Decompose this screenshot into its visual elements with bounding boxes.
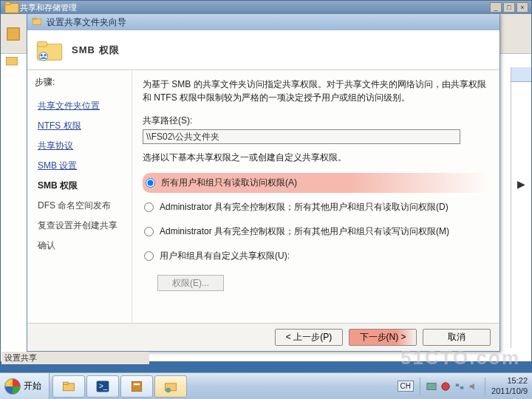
next-button[interactable]: 下一步(N) >: [349, 329, 417, 346]
volume-icon[interactable]: [468, 381, 479, 392]
svg-rect-20: [427, 383, 436, 389]
tray-icon-2[interactable]: [440, 381, 451, 392]
app-icon: [4, 0, 20, 16]
back-button[interactable]: < 上一步(P): [275, 329, 343, 346]
task-item-server-manager[interactable]: [120, 375, 153, 398]
toolbar-icon-1[interactable]: [5, 26, 21, 42]
wizard-dialog: 设置共享文件夹向导 SMB 权限 步骤: 共享文件夹位置 NTFS 权限 共享协…: [27, 13, 500, 352]
windows-orb-icon: [4, 378, 21, 395]
svg-rect-13: [64, 382, 69, 384]
step-location[interactable]: 共享文件夹位置: [35, 96, 124, 116]
step-ntfs[interactable]: NTFS 权限: [35, 116, 124, 136]
path-label: 共享路径(S):: [143, 115, 489, 127]
option-admin-readwrite-label: Administrator 具有完全控制权限；所有其他用户和组只有读写访问权限(…: [160, 225, 449, 238]
option-read-all[interactable]: 所有用户和组只有读取访问权限(A): [143, 173, 489, 193]
wizard-content: 为基于 SMB 的共享文件夹访问指定共享权限。对于共享文件夹的网络访问，由共享权…: [132, 70, 499, 323]
steps-sidebar: 步骤: 共享文件夹位置 NTFS 权限 共享协议 SMB 设置 SMB 权限 D…: [27, 70, 132, 323]
svg-rect-8: [37, 41, 47, 47]
step-smb-settings[interactable]: SMB 设置: [35, 156, 124, 176]
task-item-explorer[interactable]: [52, 375, 85, 398]
bg-titlebar: 共享和存储管理 _ □ ×: [1, 1, 531, 14]
svg-text:>_: >_: [99, 382, 108, 390]
wizard-app-icon: [32, 16, 42, 29]
svg-point-19: [166, 387, 171, 392]
language-indicator[interactable]: CH: [398, 381, 414, 392]
wizard-title: 设置共享文件夹向导: [47, 16, 126, 29]
watermark: 51CTO.com: [400, 347, 520, 369]
bg-title: 共享和存储管理: [20, 2, 77, 13]
step-smb-perm: SMB 权限: [35, 176, 124, 196]
chevron-right-icon[interactable]: ▶: [517, 178, 525, 190]
share-path-input[interactable]: [143, 129, 460, 144]
option-read-all-label: 所有用户和组只有读取访问权限(A): [161, 177, 297, 189]
start-button[interactable]: 开始: [0, 373, 50, 400]
svg-rect-22: [456, 383, 459, 386]
svg-rect-2: [7, 27, 20, 40]
svg-point-10: [41, 54, 43, 56]
radio-admin-read[interactable]: [144, 202, 154, 212]
option-admin-read[interactable]: Administrator 具有完全控制权限；所有其他用户和组只有读取访问权限(…: [143, 197, 489, 217]
task-item-share-mgmt[interactable]: [154, 375, 187, 398]
start-label: 开始: [24, 380, 41, 392]
system-tray: CH 15:22 2011/10/9: [393, 373, 532, 399]
svg-rect-1: [5, 2, 10, 5]
svg-rect-23: [460, 386, 463, 389]
option-admin-read-label: Administrator 具有完全控制权限；所有其他用户和组只有读取访问权限(…: [160, 201, 449, 214]
tree-icon[interactable]: [5, 54, 18, 69]
tray-icon-1[interactable]: [426, 381, 437, 392]
clock-time: 15:22: [491, 376, 528, 386]
bg-window-buttons: _ □ ×: [490, 2, 528, 13]
clock[interactable]: 15:22 2011/10/9: [491, 376, 528, 395]
svg-rect-6: [33, 18, 36, 19]
tray-icons: [426, 381, 479, 392]
svg-rect-16: [132, 381, 141, 391]
close-button[interactable]: ×: [516, 2, 528, 13]
task-item-powershell[interactable]: >_: [86, 375, 119, 398]
clock-date: 2011/10/9: [491, 386, 528, 396]
option-custom[interactable]: 用户和组具有自定义共享权限(U):: [143, 246, 489, 266]
status-bar: 设置共享: [1, 352, 149, 364]
step-confirm: 确认: [35, 236, 124, 256]
cancel-button[interactable]: 取消: [423, 329, 491, 346]
step-review: 复查设置并创建共享: [35, 216, 124, 236]
intro-text: 为基于 SMB 的共享文件夹访问指定共享权限。对于共享文件夹的网络访问，由共享权…: [143, 78, 489, 104]
choose-label: 选择以下基本共享权限之一或创建自定义共享权限。: [143, 151, 489, 164]
step-dfs: DFS 命名空间发布: [35, 196, 124, 216]
permissions-button: 权限(E)...: [157, 275, 224, 291]
option-admin-readwrite[interactable]: Administrator 具有完全控制权限；所有其他用户和组只有读写访问权限(…: [143, 222, 489, 242]
step-protocol[interactable]: 共享协议: [35, 136, 124, 156]
minimize-button[interactable]: _: [490, 2, 502, 13]
svg-rect-4: [7, 58, 18, 66]
network-icon[interactable]: [454, 381, 465, 392]
radio-admin-readwrite[interactable]: [144, 227, 154, 236]
maximize-button[interactable]: □: [503, 2, 515, 13]
option-custom-label: 用户和组具有自定义共享权限(U):: [160, 250, 290, 262]
taskbar: 开始 >_ CH 15:22 2011/10/9: [0, 372, 532, 399]
steps-label: 步骤:: [35, 76, 124, 89]
folder-share-icon: [35, 35, 64, 65]
svg-point-21: [442, 382, 450, 390]
wizard-header: SMB 权限: [27, 30, 499, 70]
radio-read-all[interactable]: [146, 178, 155, 188]
radio-custom[interactable]: [144, 251, 154, 261]
svg-point-11: [44, 54, 47, 56]
wizard-titlebar: 设置共享文件夹向导: [27, 14, 499, 30]
svg-rect-17: [134, 383, 140, 385]
actions-panel: ▶: [511, 67, 531, 348]
page-title: SMB 权限: [72, 44, 120, 57]
svg-point-9: [39, 52, 48, 61]
task-items: >_: [50, 373, 187, 399]
